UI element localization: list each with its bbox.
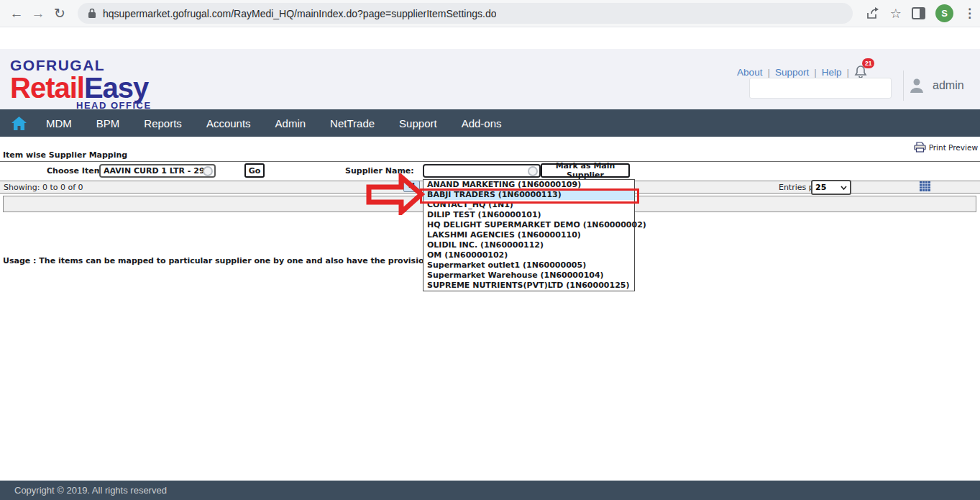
supplier-option[interactable]: Supermarket outlet1 (1N60000005) — [423, 260, 634, 271]
title-divider — [0, 161, 980, 162]
separator: | — [814, 67, 817, 78]
go-button[interactable]: Go — [244, 163, 265, 178]
help-link[interactable]: Help — [822, 67, 842, 78]
logo-brand: GOFRUGAL — [10, 58, 152, 73]
notifications-bell[interactable]: 21 — [854, 65, 869, 79]
table-grid-icon[interactable] — [920, 181, 930, 191]
usage-note: Usage : The items can be mapped to parti… — [3, 256, 423, 265]
reload-icon[interactable]: ↻ — [49, 5, 70, 22]
choose-item-input[interactable] — [99, 164, 216, 178]
forward-icon[interactable]: → — [27, 6, 49, 22]
nav-item-bpm[interactable]: BPM — [84, 117, 132, 129]
browser-toolbar: ← → ↻ hqsupermarket.gofrugal.com/RayMedi… — [0, 0, 980, 27]
nav-item-accounts[interactable]: Accounts — [194, 117, 263, 129]
nav-item-reports[interactable]: Reports — [132, 117, 194, 129]
logo-product-easy: Easy — [84, 72, 148, 104]
lock-icon — [88, 8, 96, 19]
user-icon — [907, 76, 926, 95]
supplier-option[interactable]: OM (1N60000102) — [423, 250, 634, 260]
nav-item-support[interactable]: Support — [387, 117, 449, 129]
url-text: hqsupermarket.gofrugal.com/RayMedi_HQ/ma… — [103, 8, 496, 19]
header-divider — [903, 71, 904, 101]
entries-per-page-select[interactable]: 25 — [811, 180, 851, 195]
header-search-box[interactable] — [749, 78, 892, 99]
app-header: GOFRUGAL RetailEasy HEAD OFFICE About | … — [0, 49, 980, 109]
separator: | — [846, 67, 849, 78]
supplier-option[interactable]: LAKSHMI AGENCIES (1N60000110) — [423, 230, 634, 240]
chevron-down-icon — [841, 186, 847, 190]
gofrugal-logo: GOFRUGAL RetailEasy HEAD OFFICE — [10, 58, 152, 110]
username-label: admin — [933, 79, 964, 92]
supplier-option[interactable]: HQ DELIGHT SUPERMARKET DEMO (1N60000002) — [423, 220, 634, 230]
logo-product-retail: Retail — [10, 72, 84, 104]
page-content: Print Preview Item wise Supplier Mapping… — [0, 137, 980, 481]
share-icon[interactable] — [866, 7, 880, 20]
entries-value: 25 — [815, 183, 826, 192]
app-footer: Copyright © 2019. All rights reserved — [0, 481, 980, 500]
nav-item-nettrade[interactable]: NetTrade — [318, 117, 387, 129]
url-bar[interactable]: hqsupermarket.gofrugal.com/RayMedi_HQ/ma… — [78, 3, 853, 24]
main-navigation: MDM BPM Reports Accounts Admin NetTrade … — [0, 109, 980, 137]
header-links: About | Support | Help | 21 — [737, 65, 869, 79]
showing-count-label: Showing: 0 to 0 of 0 — [4, 183, 83, 192]
mark-main-supplier-button[interactable]: Mark as Main Supplier — [541, 163, 630, 178]
page-title: Item wise Supplier Mapping — [3, 150, 127, 160]
nav-item-addons[interactable]: Add-ons — [449, 117, 514, 129]
support-link[interactable]: Support — [775, 67, 809, 78]
supplier-option[interactable]: Supermarket Warehouse (1N60000104) — [423, 271, 634, 281]
browser-menu-icon[interactable]: ⋮ — [963, 6, 976, 21]
supplier-option[interactable]: OLIDIL INC. (1N60000112) — [423, 240, 634, 250]
annotation-arrow-icon — [366, 173, 425, 215]
supplier-option[interactable]: SUPREME NUTRIENTS(PVT)LTD (1N60000125) — [423, 281, 634, 291]
separator: | — [767, 67, 770, 78]
bookmark-star-icon[interactable]: ☆ — [890, 6, 902, 22]
supplier-name-input[interactable] — [423, 164, 541, 178]
printer-icon — [914, 142, 926, 153]
back-icon[interactable]: ← — [6, 6, 27, 22]
home-icon[interactable] — [12, 117, 27, 130]
nav-item-admin[interactable]: Admin — [263, 117, 319, 129]
print-preview-label: Print Preview — [929, 143, 978, 152]
nav-item-mdm[interactable]: MDM — [34, 117, 84, 129]
side-panel-icon[interactable] — [912, 7, 925, 19]
print-preview-button[interactable]: Print Preview — [914, 142, 978, 153]
annotation-highlight-box — [420, 188, 639, 204]
user-menu[interactable]: admin — [907, 76, 964, 95]
copyright-label: Copyright © 2019. All rights reserved — [14, 485, 167, 496]
search-input[interactable] — [750, 83, 885, 94]
browser-profile-avatar[interactable]: S — [935, 4, 953, 22]
item-lookup-icon[interactable] — [203, 166, 213, 176]
supplier-lookup-icon[interactable] — [528, 166, 538, 176]
supplier-option[interactable]: DILIP TEST (1N60000101) — [423, 210, 634, 220]
notification-badge: 21 — [862, 58, 874, 68]
about-link[interactable]: About — [737, 67, 762, 78]
